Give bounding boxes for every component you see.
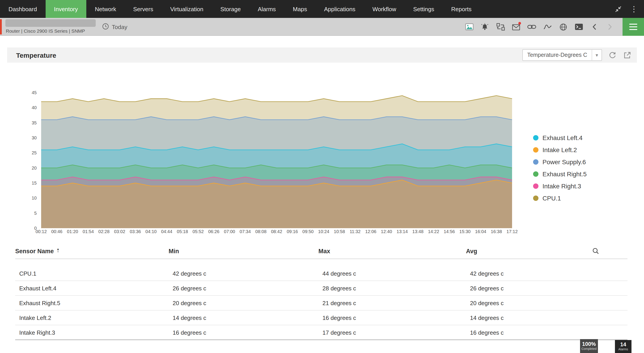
nav-item-maps[interactable]: Maps — [284, 0, 316, 18]
time-range-selector[interactable]: Today — [102, 18, 127, 36]
device-toolbar: Router | Cisco 2900 IS Series | SNMP Tod… — [0, 18, 644, 36]
max-value: 21 degrees c — [322, 299, 470, 306]
image-icon[interactable] — [464, 22, 474, 32]
svg-text:20: 20 — [32, 166, 37, 170]
device-subtitle: Router | Cisco 2900 IS Series | SNMP — [6, 28, 85, 34]
nav-item-applications[interactable]: Applications — [316, 0, 364, 18]
hamburger-menu-icon[interactable] — [622, 18, 644, 36]
svg-text:08:42: 08:42 — [271, 229, 282, 234]
nav-items: DashboardInventoryNetworkServersVirtuali… — [0, 0, 480, 18]
svg-text:10:24: 10:24 — [318, 229, 330, 234]
sparkline-icon[interactable] — [542, 22, 552, 32]
svg-text:10: 10 — [32, 196, 37, 200]
export-icon[interactable] — [622, 51, 632, 60]
metric-dropdown[interactable]: Temperature-Degrees C ▾ — [522, 49, 602, 61]
min-value: 42 degrees c — [173, 270, 322, 277]
avg-value: 26 degrees c — [470, 285, 628, 291]
terminal-icon[interactable] — [574, 22, 584, 32]
sensor-name: Intake Left.2 — [19, 314, 173, 321]
metric-dropdown-value: Temperature-Degrees C — [523, 52, 592, 58]
svg-text:03:02: 03:02 — [114, 229, 125, 234]
mapping-icon[interactable] — [496, 22, 505, 32]
svg-text:07:34: 07:34 — [240, 229, 251, 234]
legend-item[interactable]: Power Supply.6 — [533, 156, 587, 168]
min-value: 26 degrees c — [173, 285, 322, 291]
chevron-right-icon[interactable] — [605, 22, 615, 32]
svg-text:11:32: 11:32 — [350, 229, 361, 234]
refresh-icon[interactable] — [608, 51, 617, 60]
avg-value: 20 degrees c — [470, 299, 628, 306]
nav-item-storage[interactable]: Storage — [212, 0, 249, 18]
legend-dot — [533, 159, 538, 164]
sort-icon[interactable]: ▲▼ — [56, 248, 60, 253]
max-value: 16 degrees c — [322, 314, 470, 321]
nav-item-alarms[interactable]: Alarms — [249, 0, 284, 18]
mail-icon[interactable] — [511, 22, 521, 32]
nav-item-virtualization[interactable]: Virtualization — [162, 0, 212, 18]
clock-icon — [102, 23, 109, 31]
legend-label: Intake Left.2 — [542, 146, 577, 153]
legend-dot — [533, 147, 538, 152]
legend-item[interactable]: Intake Left.2 — [533, 144, 587, 156]
alarm-bell-icon[interactable] — [480, 22, 490, 32]
legend-dot — [533, 171, 538, 177]
svg-text:15: 15 — [32, 181, 37, 185]
chevron-down-icon: ▾ — [592, 49, 602, 61]
nav-item-network[interactable]: Network — [86, 0, 124, 18]
collapse-icon[interactable] — [613, 4, 623, 14]
svg-text:10:58: 10:58 — [334, 229, 345, 234]
min-value: 20 degrees c — [173, 299, 322, 306]
top-nav: DashboardInventoryNetworkServersVirtuali… — [0, 0, 644, 18]
column-header-sensor-name[interactable]: Sensor Name▲▼ — [15, 248, 168, 255]
max-value: 44 degrees c — [322, 270, 470, 277]
column-header-min[interactable]: Min — [168, 248, 318, 255]
svg-text:01:54: 01:54 — [83, 229, 94, 234]
column-header-max[interactable]: Max — [318, 248, 466, 255]
table-row[interactable]: Intake Left.214 degrees c16 degrees c14 … — [15, 310, 628, 325]
max-value: 17 degrees c — [322, 329, 470, 336]
column-header-avg[interactable]: Avg — [466, 248, 628, 255]
table-row[interactable]: Intake Right.316 degrees c17 degrees c16… — [15, 325, 628, 340]
svg-text:13:14: 13:14 — [397, 229, 408, 234]
search-icon[interactable] — [592, 247, 600, 255]
nav-item-settings[interactable]: Settings — [405, 0, 443, 18]
progress-value: 100% — [582, 341, 596, 347]
sensor-name: Exhaust Right.5 — [19, 299, 173, 306]
nav-item-inventory[interactable]: Inventory — [46, 0, 86, 18]
min-value: 16 degrees c — [173, 329, 322, 336]
legend-dot — [533, 183, 538, 189]
svg-text:05:52: 05:52 — [192, 229, 204, 234]
svg-text:02:28: 02:28 — [98, 229, 110, 234]
table-row[interactable]: Exhaust Left.426 degrees c28 degrees c26… — [15, 281, 628, 296]
legend-item[interactable]: CPU.1 — [533, 192, 587, 204]
kebab-menu-icon[interactable]: ⋮ — [630, 5, 638, 13]
nav-item-reports[interactable]: Reports — [443, 0, 480, 18]
svg-text:35: 35 — [32, 120, 37, 125]
panel-actions: Temperature-Degrees C ▾ — [522, 49, 632, 61]
opmanager-app: DashboardInventoryNetworkServersVirtuali… — [0, 0, 644, 353]
nav-item-workflow[interactable]: Workflow — [364, 0, 404, 18]
avg-value: 42 degrees c — [470, 270, 628, 277]
globe-icon[interactable] — [558, 22, 568, 32]
panel-header: Temperature Temperature-Degrees C ▾ — [7, 48, 637, 63]
legend-item[interactable]: Intake Right.3 — [533, 180, 587, 192]
svg-text:04:44: 04:44 — [161, 229, 172, 234]
table-row[interactable]: CPU.142 degrees c44 degrees c42 degrees … — [15, 266, 628, 281]
legend-dot — [533, 135, 538, 140]
discovery-progress-badge[interactable]: 100% Completed — [580, 339, 598, 353]
nav-item-dashboard[interactable]: Dashboard — [0, 0, 46, 18]
legend-item[interactable]: Exhaust Left.4 — [533, 132, 587, 144]
legend-label: Exhaust Right.5 — [542, 170, 587, 177]
chevron-left-icon[interactable] — [590, 22, 599, 32]
table-row[interactable]: Exhaust Right.520 degrees c21 degrees c2… — [15, 296, 628, 310]
svg-text:15:30: 15:30 — [459, 229, 470, 234]
legend-item[interactable]: Exhaust Right.5 — [533, 168, 587, 180]
svg-text:14:22: 14:22 — [428, 229, 439, 234]
nav-item-servers[interactable]: Servers — [125, 0, 162, 18]
page-title: Temperature — [16, 51, 56, 59]
table-header: Sensor Name▲▼ Min Max Avg — [15, 244, 628, 259]
alarms-count-badge[interactable]: 14 Alarms — [615, 340, 632, 353]
nav-right-actions: ⋮ — [613, 0, 644, 18]
sensor-name: CPU.1 — [19, 270, 173, 277]
link-icon[interactable] — [527, 22, 537, 32]
